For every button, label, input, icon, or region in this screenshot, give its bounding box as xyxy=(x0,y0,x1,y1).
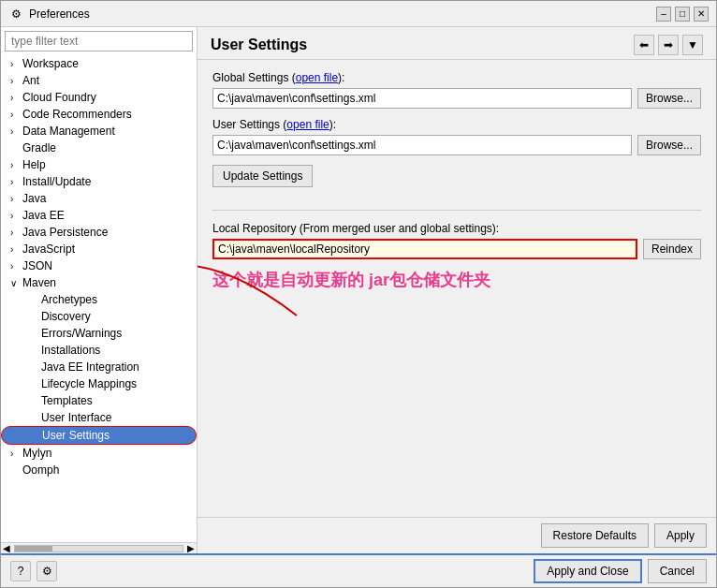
sidebar-item-java-ee[interactable]: › Java EE xyxy=(1,207,197,224)
user-settings-input[interactable] xyxy=(212,135,632,155)
scroll-right-button[interactable]: ▶ xyxy=(185,543,197,553)
sidebar-item-label: Code Recommenders xyxy=(22,108,132,121)
back-button[interactable]: ⬅ xyxy=(634,35,654,55)
arrow-icon: › xyxy=(10,59,20,69)
sidebar-item-label: JSON xyxy=(22,259,52,272)
dropdown-button[interactable]: ▼ xyxy=(682,35,703,55)
sidebar-item-user-interface[interactable]: User Interface xyxy=(1,409,197,426)
maximize-button[interactable]: □ xyxy=(675,7,690,22)
scroll-left-button[interactable]: ◀ xyxy=(1,543,12,553)
nav-icons: ⬅ ➡ ▼ xyxy=(634,35,703,55)
sidebar-item-javascript[interactable]: › JavaScript xyxy=(1,241,197,257)
update-settings-button[interactable]: Update Settings xyxy=(212,165,313,187)
sidebar-item-user-settings[interactable]: User Settings xyxy=(1,426,197,445)
sidebar-item-label: User Interface xyxy=(41,411,111,424)
sidebar-scrollbar[interactable]: ◀ ▶ xyxy=(1,542,197,553)
apply-close-button[interactable]: Apply and Close xyxy=(534,559,641,583)
arrow-icon: › xyxy=(10,261,20,272)
sidebar-item-ant[interactable]: › Ant xyxy=(1,72,197,89)
sidebar-item-mylyn[interactable]: › Mylyn xyxy=(1,445,197,462)
global-settings-input[interactable] xyxy=(212,88,632,109)
forward-button[interactable]: ➡ xyxy=(658,35,679,55)
arrow-icon: ∨ xyxy=(10,278,20,288)
sidebar-item-label: Discovery xyxy=(41,310,91,323)
sidebar-item-label: Install/Update xyxy=(22,175,91,188)
global-settings-link[interactable]: open file xyxy=(296,71,338,84)
preferences-window: ⚙ Preferences – □ ✕ › Workspace › Ant xyxy=(0,0,717,588)
sidebar-item-installations[interactable]: Installations xyxy=(1,342,197,359)
sidebar-item-archetypes[interactable]: Archetypes xyxy=(1,291,197,308)
sidebar-item-install-update[interactable]: › Install/Update xyxy=(1,173,197,190)
arrow-icon: › xyxy=(10,177,20,187)
user-settings-row: Browse... xyxy=(212,135,701,155)
scroll-thumb[interactable] xyxy=(15,546,52,551)
browse-user-button[interactable]: Browse... xyxy=(637,135,701,155)
sidebar-item-cloud-foundry[interactable]: › Cloud Foundry xyxy=(1,89,197,106)
arrow-icon: › xyxy=(10,76,20,86)
sidebar-item-label: Installations xyxy=(41,344,100,357)
settings-button[interactable]: ⚙ xyxy=(37,561,57,581)
sidebar-item-java-ee-integration[interactable]: Java EE Integration xyxy=(1,359,197,375)
cancel-button[interactable]: Cancel xyxy=(648,559,707,583)
global-settings-row: Browse... xyxy=(212,88,701,109)
title-bar: ⚙ Preferences – □ ✕ xyxy=(1,1,716,27)
arrow-icon: › xyxy=(10,93,20,103)
main-area: › Workspace › Ant › Cloud Foundry › Code… xyxy=(1,27,716,553)
sidebar-item-workspace[interactable]: › Workspace xyxy=(1,55,197,72)
footer-bar: ? ⚙ Apply and Close Cancel xyxy=(1,553,716,587)
sidebar-item-java[interactable]: › Java xyxy=(1,190,197,207)
sidebar-item-label: Errors/Warnings xyxy=(41,327,122,340)
reindex-button[interactable]: Reindex xyxy=(643,239,701,259)
arrow-icon: › xyxy=(10,228,20,238)
sidebar-item-label: Templates xyxy=(41,394,93,407)
sidebar-item-templates[interactable]: Templates xyxy=(1,392,197,409)
sidebar-item-lifecycle-mappings[interactable]: Lifecycle Mappings xyxy=(1,375,197,392)
browse-global-button[interactable]: Browse... xyxy=(637,88,701,109)
sidebar-item-label: Java Persistence xyxy=(22,226,108,239)
sidebar-item-label: Help xyxy=(22,158,46,171)
arrow-icon: › xyxy=(10,110,20,120)
sidebar-item-label: Oomph xyxy=(22,463,59,477)
sidebar-item-maven[interactable]: ∨ Maven xyxy=(1,274,197,291)
sidebar-item-errors-warnings[interactable]: Errors/Warnings xyxy=(1,325,197,342)
close-button[interactable]: ✕ xyxy=(694,7,709,22)
user-settings-link[interactable]: open file xyxy=(286,118,329,131)
window-controls: – □ ✕ xyxy=(656,7,709,22)
tree-area: › Workspace › Ant › Cloud Foundry › Code… xyxy=(1,55,197,542)
filter-input[interactable] xyxy=(5,31,193,51)
arrow-icon: › xyxy=(10,126,20,137)
sidebar-item-label: Java xyxy=(22,192,46,205)
annotation-text: 这个就是自动更新的 jar包仓储文件夹 xyxy=(212,269,701,291)
sidebar-item-code-recommenders[interactable]: › Code Recommenders xyxy=(1,106,197,123)
help-button[interactable]: ? xyxy=(10,561,31,581)
local-repo-input[interactable] xyxy=(212,239,637,259)
sidebar-item-help[interactable]: › Help xyxy=(1,156,197,173)
sidebar-item-json[interactable]: › JSON xyxy=(1,257,197,274)
local-repo-row: Reindex xyxy=(212,239,701,259)
separator xyxy=(212,210,701,211)
sidebar-item-java-persistence[interactable]: › Java Persistence xyxy=(1,224,197,241)
arrow-icon: › xyxy=(10,244,20,255)
sidebar-item-label: JavaScript xyxy=(22,243,75,256)
sidebar-item-label: Mylyn xyxy=(22,447,51,460)
sidebar-item-label: Java EE xyxy=(22,209,65,222)
settings-icon: ⚙ xyxy=(42,565,52,578)
sidebar-item-oomph[interactable]: Oomph xyxy=(1,462,197,478)
sidebar-item-gradle[interactable]: Gradle xyxy=(1,140,197,156)
arrow-icon: › xyxy=(10,160,20,170)
sidebar-item-data-management[interactable]: › Data Management xyxy=(1,123,197,140)
sidebar-item-label: User Settings xyxy=(42,429,110,442)
annotation-area: 这个就是自动更新的 jar包仓储文件夹 xyxy=(212,269,701,344)
sidebar-item-discovery[interactable]: Discovery xyxy=(1,308,197,325)
sidebar-item-label: Cloud Foundry xyxy=(22,91,96,104)
sidebar-item-label: Ant xyxy=(22,74,39,87)
sidebar-item-label: Workspace xyxy=(22,57,79,70)
restore-defaults-button[interactable]: Restore Defaults xyxy=(541,523,649,548)
window-icon: ⚙ xyxy=(8,7,23,22)
content-area: User Settings ⬅ ➡ ▼ Global Settings (ope… xyxy=(198,27,716,553)
apply-button[interactable]: Apply xyxy=(654,523,707,548)
minimize-button[interactable]: – xyxy=(656,7,671,22)
content-header: User Settings ⬅ ➡ ▼ xyxy=(198,27,716,60)
help-icon: ? xyxy=(18,565,24,578)
sidebar-item-label: Java EE Integration xyxy=(41,360,139,374)
